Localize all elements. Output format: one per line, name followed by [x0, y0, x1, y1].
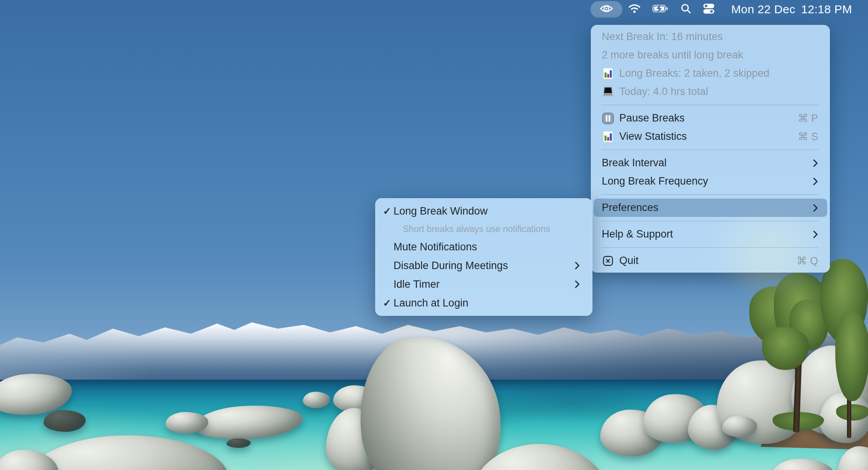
wallpaper-rock: [227, 438, 251, 448]
preferences-submenu: ✓ Long Break Window Short breaks always …: [375, 198, 592, 316]
menu-separator: [602, 221, 818, 221]
laptop-icon: [602, 86, 614, 98]
chevron-right-icon: [575, 261, 580, 270]
chevron-right-icon: [813, 204, 818, 212]
battery-charging-icon: [652, 4, 669, 14]
checkmark: ✓: [383, 297, 394, 309]
eye-icon: [600, 4, 613, 15]
status-text: 2 more breaks until long break: [602, 49, 743, 61]
submenu-item-idle-timer[interactable]: Idle Timer: [375, 275, 592, 294]
menu-item-label: Launch at Login: [394, 297, 468, 309]
submenu-item-long-break-window[interactable]: ✓ Long Break Window: [375, 202, 592, 220]
menu-item-label: Break Interval: [602, 157, 667, 169]
menubar-clock[interactable]: Mon 22 Dec 12:18 PM: [725, 0, 858, 19]
menu-item-break-interval[interactable]: Break Interval: [591, 154, 830, 172]
chevron-right-icon: [813, 230, 818, 239]
menu-item-label: Pause Breaks: [619, 112, 685, 124]
chevron-right-icon: [813, 159, 818, 167]
menubar-time: 12:18 PM: [801, 3, 852, 16]
pause-icon: [602, 113, 614, 124]
menubar-date: Mon 22 Dec: [731, 3, 795, 16]
wallpaper-pine-tree: [835, 312, 868, 401]
submenu-item-launch-at-login[interactable]: ✓ Launch at Login: [375, 294, 592, 312]
menu-item-label: Mute Notifications: [394, 241, 477, 253]
lookaway-menu: Next Break In: 16 minutes 2 more breaks …: [591, 25, 830, 273]
desktop: Mon 22 Dec 12:18 PM Next Break In: 16 mi…: [0, 0, 868, 470]
status-text: Next Break In: 16 minutes: [602, 31, 723, 43]
menu-item-quit[interactable]: Quit ⌘ Q: [591, 252, 830, 270]
menu-item-long-break-frequency[interactable]: Long Break Frequency: [591, 172, 830, 190]
spotlight-menubar-button[interactable]: [675, 0, 697, 19]
lookaway-menubar-button[interactable]: [590, 1, 622, 18]
submenu-caption-short-breaks: Short breaks always use notifications: [375, 220, 592, 238]
wallpaper-bush: [836, 404, 868, 421]
control-center-menubar-button[interactable]: [697, 0, 720, 19]
wifi-menubar-button[interactable]: [622, 0, 647, 19]
menu-item-label: View Statistics: [619, 130, 687, 143]
menu-item-view-statistics[interactable]: View Statistics ⌘ S: [591, 127, 830, 146]
menu-status-long-breaks: Long Breaks: 2 taken, 2 skipped: [591, 64, 830, 83]
menu-item-preferences[interactable]: Preferences: [594, 199, 827, 217]
wallpaper-rock: [722, 416, 757, 437]
control-center-icon: [703, 3, 715, 16]
menu-separator: [602, 150, 818, 150]
menu-separator: [602, 194, 818, 195]
submenu-item-mute-notifications[interactable]: Mute Notifications: [375, 238, 592, 256]
battery-menubar-button[interactable]: [647, 0, 675, 19]
wallpaper-rock: [303, 392, 330, 408]
menu-item-label: Disable During Meetings: [394, 260, 508, 272]
menu-item-label: Preferences: [602, 202, 659, 214]
chevron-right-icon: [575, 280, 580, 289]
shortcut-label: ⌘ P: [798, 112, 818, 125]
menu-item-label: Long Break Window: [394, 205, 488, 217]
chevron-right-icon: [813, 177, 818, 186]
menu-status-today-total: Today: 4.0 hrs total: [591, 83, 830, 101]
menu-status-breaks-until-long: 2 more breaks until long break: [591, 46, 830, 64]
status-text: Today: 4.0 hrs total: [619, 86, 708, 98]
menu-item-pause-breaks[interactable]: Pause Breaks ⌘ P: [591, 109, 830, 127]
checkmark: ✓: [383, 206, 394, 217]
wifi-icon: [628, 4, 641, 15]
menu-separator: [602, 105, 818, 105]
bar-chart-icon: [602, 130, 614, 143]
shortcut-label: ⌘ Q: [796, 255, 818, 267]
caption-text: Short breaks always use notifications: [403, 224, 550, 234]
bar-chart-icon: [602, 67, 614, 80]
menu-item-label: Long Break Frequency: [602, 175, 708, 187]
wallpaper-rock: [44, 410, 86, 432]
menu-item-label: Idle Timer: [394, 278, 440, 290]
menu-separator: [602, 247, 818, 248]
menu-item-help-support[interactable]: Help & Support: [591, 225, 830, 243]
xmark-square-icon: [602, 255, 614, 267]
menu-status-next-break: Next Break In: 16 minutes: [591, 28, 830, 46]
menu-item-label: Help & Support: [602, 228, 673, 240]
shortcut-label: ⌘ S: [798, 130, 818, 143]
search-icon: [680, 3, 691, 16]
status-text: Long Breaks: 2 taken, 2 skipped: [619, 67, 770, 79]
wallpaper-rock: [165, 412, 208, 433]
menu-bar: Mon 22 Dec 12:18 PM: [590, 0, 868, 19]
menu-item-label: Quit: [619, 255, 639, 267]
submenu-item-disable-during-meetings[interactable]: Disable During Meetings: [375, 256, 592, 275]
